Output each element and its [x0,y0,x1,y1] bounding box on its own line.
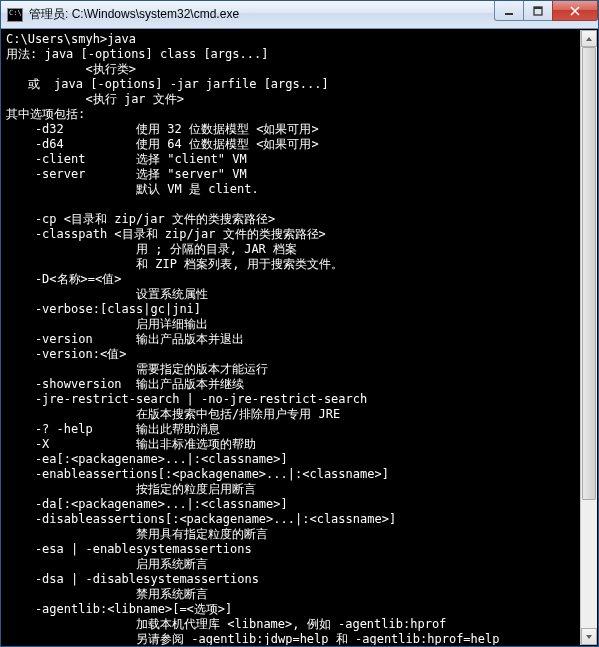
terminal-output[interactable]: C:\Users\smyh>java 用法: java [-options] c… [2,30,597,645]
scroll-thumb[interactable] [582,47,596,500]
chevron-up-icon [585,35,593,43]
chevron-down-icon [585,633,593,641]
svg-rect-2 [534,7,542,9]
scroll-track[interactable] [581,47,597,628]
window-controls [495,1,598,21]
window-title: 管理员: C:\Windows\system32\cmd.exe [29,6,495,23]
close-icon [570,6,580,16]
cmd-window: 管理员: C:\Windows\system32\cmd.exe C:\User… [0,0,599,647]
minimize-icon [504,6,514,16]
minimize-button[interactable] [494,1,524,21]
scroll-down-button[interactable] [581,628,597,645]
titlebar[interactable]: 管理员: C:\Windows\system32\cmd.exe [1,1,598,29]
svg-rect-0 [505,13,513,15]
scroll-up-button[interactable] [581,30,597,47]
close-button[interactable] [552,1,598,21]
maximize-button[interactable] [523,1,553,21]
maximize-icon [533,6,543,16]
cmd-icon [7,8,23,22]
vertical-scrollbar[interactable] [580,30,597,645]
